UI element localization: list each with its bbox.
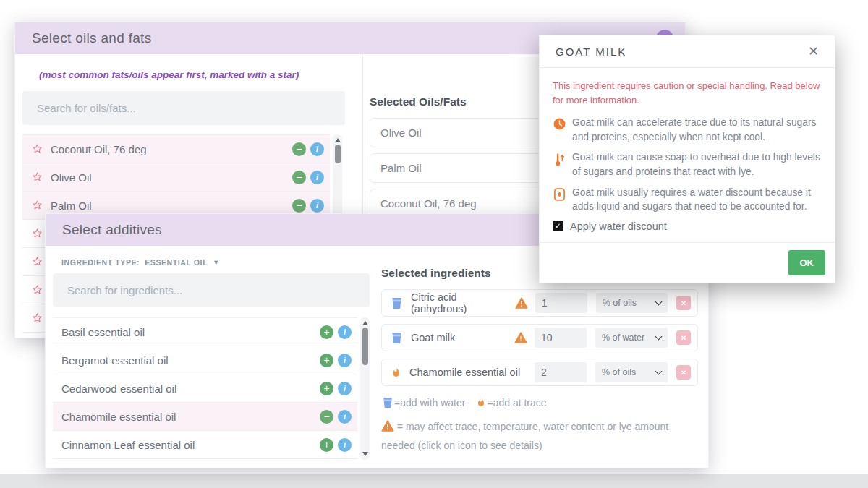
caret-down-icon: ▼ xyxy=(213,259,220,266)
ingredient-info-button[interactable]: i xyxy=(338,354,352,367)
bullet-text: Goat milk can accelerate trace due to it… xyxy=(572,116,820,144)
goat-milk-dialog-title: GOAT MILK xyxy=(556,46,626,58)
ingredient-list-item[interactable]: Bergamot essential oil + i xyxy=(53,346,357,374)
ingredient-type-select[interactable]: INGREDIENT TYPE: ESSENTIAL OIL ▼ xyxy=(61,258,370,267)
remove-ingredient-button[interactable]: − xyxy=(320,410,333,424)
dialog-bullet: Goat milk can cause soap to overheat due… xyxy=(553,150,820,179)
unit-select[interactable]: % of oils xyxy=(596,293,668,313)
dialog-bullet: Goat milk can accelerate trace due to it… xyxy=(553,116,820,144)
oil-info-button[interactable]: i xyxy=(310,199,324,213)
ingredient-info-button[interactable]: i xyxy=(338,382,352,395)
star-icon xyxy=(31,312,43,324)
page-background-strip xyxy=(0,474,868,488)
ingredients-search-box xyxy=(53,273,370,307)
star-icon xyxy=(31,284,43,296)
methods-legend: =add with water =add at trace xyxy=(381,397,698,408)
warning-icon[interactable] xyxy=(514,332,527,343)
chevron-down-icon xyxy=(655,298,663,305)
oil-list-item[interactable]: Coconut Oil, 76 deg − i xyxy=(22,135,330,163)
oil-label: Olive Oil xyxy=(51,171,92,184)
oils-modal-title: Select oils and fats xyxy=(32,30,151,46)
oils-search-box xyxy=(22,91,345,125)
scrollbar-thumb[interactable] xyxy=(362,328,368,365)
goat-milk-dialog-header: GOAT MILK ✕ xyxy=(540,35,835,68)
scroll-down-icon[interactable] xyxy=(362,452,368,456)
selected-ingredient-row: Chamomile essential oil % of oils ✕ xyxy=(381,359,698,386)
ingredient-label: Chamomile essential oil xyxy=(61,411,176,423)
star-icon xyxy=(31,256,43,267)
dialog-bullet: Goat milk usually requires a water disco… xyxy=(553,186,820,214)
ingredient-label: Cedarwood essential oil xyxy=(61,382,176,395)
ingredient-list-item[interactable]: Chamomile essential oil − i xyxy=(53,403,357,431)
remove-oil-button[interactable]: − xyxy=(292,171,306,184)
apply-water-discount-checkbox[interactable]: ✓ xyxy=(553,221,563,231)
add-ingredient-button[interactable]: + xyxy=(320,438,333,452)
water-discount-icon xyxy=(553,188,566,214)
oil-label: Coconut Oil, 76 deg xyxy=(51,143,147,155)
selected-ingredient-row: Citric acid (anhydrous) % of oils ✕ xyxy=(381,289,698,317)
apply-water-discount-row: ✓ Apply water discount xyxy=(553,221,820,232)
legend-water-text: =add with water xyxy=(394,397,465,408)
ingredient-info-button[interactable]: i xyxy=(338,410,352,424)
unit-select[interactable]: % of water xyxy=(595,328,668,348)
selected-ingredient-label: Chamomile essential oil xyxy=(409,367,520,378)
ingredient-label: Cinnamon Leaf essential oil xyxy=(61,439,195,451)
warning-icon[interactable] xyxy=(515,297,528,309)
add-ingredient-button[interactable]: + xyxy=(320,325,333,339)
ingredients-list-scrollbar[interactable] xyxy=(360,317,370,460)
goat-milk-dialog: GOAT MILK ✕ This ingredient requires cau… xyxy=(539,35,835,283)
add-ingredient-button[interactable]: + xyxy=(320,382,333,395)
remove-oil-button[interactable]: − xyxy=(292,199,306,213)
add-with-water-icon xyxy=(391,332,402,344)
oil-label: Palm Oil xyxy=(51,200,92,212)
ingredient-info-button[interactable]: i xyxy=(338,438,352,452)
unit-value: % of water xyxy=(602,333,644,343)
unit-value: % of oils xyxy=(603,298,637,308)
amount-input[interactable] xyxy=(535,362,587,382)
caution-text: This ingredient requires caution or spec… xyxy=(553,79,820,108)
add-with-water-icon xyxy=(391,297,402,309)
add-at-trace-icon xyxy=(391,367,401,378)
bullet-text: Goat milk usually requires a water disco… xyxy=(572,186,820,214)
oils-note: (most common fats/oils appear first, mar… xyxy=(39,69,355,80)
bullet-text: Goat milk can cause soap to overheat due… xyxy=(572,150,820,179)
selected-ingredient-row: Goat milk % of water ✕ xyxy=(381,324,698,351)
remove-selected-ingredient-button[interactable]: ✕ xyxy=(676,365,691,380)
ingredient-label: Basil essential oil xyxy=(61,326,145,338)
ingredient-type-value: ESSENTIAL OIL xyxy=(145,258,208,267)
ingredient-info-button[interactable]: i xyxy=(338,325,352,339)
clock-icon xyxy=(553,118,566,144)
ingredient-list-item[interactable]: Basil essential oil + i xyxy=(53,318,357,346)
scroll-up-icon[interactable] xyxy=(335,138,341,142)
star-icon xyxy=(31,228,43,239)
close-icon[interactable]: ✕ xyxy=(808,43,819,59)
add-with-water-icon xyxy=(383,397,393,408)
ok-button[interactable]: OK xyxy=(788,250,826,275)
amount-input[interactable] xyxy=(535,293,587,313)
remove-selected-ingredient-button[interactable]: ✕ xyxy=(676,330,691,345)
scrollbar-thumb[interactable] xyxy=(335,145,341,163)
warning-icon xyxy=(381,420,394,432)
ingredient-list-item[interactable]: Cinnamon Leaf essential oil + i xyxy=(53,431,357,459)
remove-oil-button[interactable]: − xyxy=(292,142,306,156)
chevron-down-icon xyxy=(655,333,663,340)
ingredients-search-input[interactable] xyxy=(67,284,355,296)
dialog-footer: OK xyxy=(540,242,835,283)
oil-info-button[interactable]: i xyxy=(310,171,324,184)
add-ingredient-button[interactable]: + xyxy=(320,354,333,367)
oil-list-item[interactable]: Olive Oil − i xyxy=(22,163,330,192)
ingredients-list: Basil essential oil + i Bergamot essenti… xyxy=(53,317,357,460)
ingredient-label: Bergamot essential oil xyxy=(61,354,169,367)
add-at-trace-icon xyxy=(477,398,485,408)
amount-input[interactable] xyxy=(535,328,587,348)
oils-search-input[interactable] xyxy=(37,102,331,114)
thermometer-icon xyxy=(553,153,566,179)
scroll-up-icon[interactable] xyxy=(362,321,368,325)
oil-info-button[interactable]: i xyxy=(310,142,324,156)
ingredient-list-item[interactable]: Cedarwood essential oil + i xyxy=(53,374,357,403)
selected-ingredient-label: Citric acid (anhydrous) xyxy=(411,291,515,314)
star-icon xyxy=(31,200,43,211)
star-icon xyxy=(31,171,43,183)
remove-selected-ingredient-button[interactable]: ✕ xyxy=(676,296,691,310)
unit-select[interactable]: % of oils xyxy=(595,362,668,382)
